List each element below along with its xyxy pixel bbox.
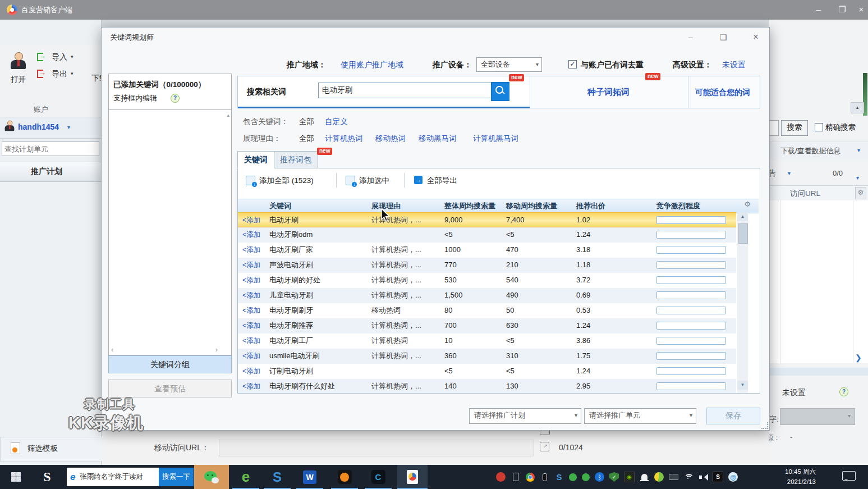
table-row[interactable]: <添加 电动牙刷的好处 计算机热词，... 530 540 3.72 bbox=[238, 273, 736, 288]
sogou-app[interactable]: S bbox=[264, 465, 291, 489]
reason-option-mobile-hot[interactable]: 移动热词 bbox=[375, 134, 406, 144]
seed-words-section[interactable]: 种子词拓词 new bbox=[530, 76, 688, 108]
window-minimize-button[interactable]: – bbox=[806, 0, 832, 20]
input-method-icon[interactable]: S bbox=[713, 472, 723, 482]
plan-select[interactable]: 请选择推广计划 ▾ bbox=[469, 408, 581, 424]
search-s-app[interactable]: S bbox=[35, 465, 59, 489]
chrome-icon[interactable] bbox=[525, 472, 535, 482]
tab-seed-words[interactable]: 种子词拓词 bbox=[587, 87, 630, 98]
open-account-person-icon[interactable] bbox=[10, 52, 27, 72]
add-keyword-link[interactable]: <添加 bbox=[242, 213, 268, 227]
add-selected-button[interactable]: 添加选中 bbox=[359, 176, 389, 186]
dialog-maximize-button[interactable]: ❑ bbox=[715, 32, 732, 43]
table-row[interactable]: <添加 电动牙刷厂家 计算机热词，... 1000 470 3.18 bbox=[238, 243, 736, 258]
green-dot-icon[interactable] bbox=[569, 473, 577, 481]
c-black-app[interactable]: C bbox=[365, 465, 392, 489]
add-keyword-link[interactable]: <添加 bbox=[242, 258, 268, 272]
col-total-search[interactable]: 整体周均搜索量 bbox=[444, 199, 495, 213]
orange-face-app[interactable] bbox=[331, 465, 358, 489]
taskbar-search-button[interactable]: 搜索一下 bbox=[159, 468, 194, 486]
browser-360-app[interactable]: e bbox=[232, 465, 259, 489]
add-keyword-link[interactable]: <添加 bbox=[242, 318, 268, 333]
add-keyword-link[interactable]: <添加 bbox=[242, 349, 268, 363]
col-competition[interactable]: 竞争激烈程度 bbox=[656, 199, 700, 213]
contains-custom-option[interactable]: 自定义 bbox=[325, 117, 348, 127]
region-value-link[interactable]: 使用账户推广地域 bbox=[341, 60, 403, 70]
keyword-search-button[interactable] bbox=[491, 82, 509, 101]
sogou-tray-icon[interactable]: S bbox=[554, 472, 564, 482]
bluetooth-icon[interactable]: ᛒ bbox=[595, 472, 604, 482]
account-dropdown-arrow[interactable]: ▾ bbox=[67, 124, 70, 130]
dialog-close-button[interactable]: × bbox=[747, 32, 764, 43]
taskbar-search-text[interactable]: 张雨绮名字终于读对 bbox=[80, 472, 143, 482]
table-row[interactable]: <添加 订制电动牙刷 <5 <5 1.24 bbox=[238, 364, 736, 379]
help-icon[interactable]: ? bbox=[839, 387, 848, 396]
scrollbar-up-icon[interactable]: ▲ bbox=[737, 212, 748, 221]
safe360-icon[interactable] bbox=[654, 472, 664, 482]
add-keyword-link[interactable]: <添加 bbox=[242, 227, 268, 242]
table-row[interactable]: <添加 电动牙刷有什么好处 计算机热词，... 140 130 2.95 bbox=[238, 379, 736, 393]
export-dropdown-arrow[interactable]: ▾ bbox=[71, 71, 74, 76]
col-keyword[interactable]: 关键词 bbox=[269, 199, 291, 213]
col-mobile-search[interactable]: 移动周均搜索量 bbox=[506, 199, 557, 213]
device-select[interactable]: 全部设备 ▾ bbox=[476, 57, 542, 72]
table-scrollbar[interactable]: ▲ ▼ bbox=[737, 212, 748, 393]
window-close-button[interactable]: × bbox=[848, 0, 868, 20]
exact-search-checkbox[interactable] bbox=[815, 123, 823, 131]
list-scroll-up-icon[interactable]: ▴ bbox=[227, 112, 229, 118]
import-dropdown-arrow[interactable]: ▾ bbox=[71, 54, 74, 60]
list-scroll-right-icon[interactable]: › bbox=[215, 345, 218, 354]
word-app[interactable]: W bbox=[296, 465, 323, 489]
added-keywords-listbox[interactable]: ▴ ‹ › bbox=[108, 109, 232, 355]
table-gear-icon[interactable]: ⚙ bbox=[742, 199, 752, 211]
keyword-search-input[interactable] bbox=[318, 83, 492, 98]
nvidia-icon[interactable]: ◉ bbox=[624, 472, 635, 482]
ie-search-widget[interactable]: e 张雨绮名字终于读对 搜索一下 bbox=[66, 465, 194, 489]
table-row[interactable]: <添加 电动牙刷推荐 计算机热词，... 700 630 1.24 bbox=[238, 318, 736, 333]
edit-hint-help-icon[interactable]: ? bbox=[171, 94, 180, 103]
table-row[interactable]: <添加 电动牙刷工厂 计算机热词 10 <5 3.86 bbox=[238, 333, 736, 349]
collapse-panel-button[interactable]: ▴ bbox=[851, 102, 864, 113]
antivirus-red-icon[interactable] bbox=[496, 472, 506, 482]
plan-panel-header[interactable]: 推广计划 bbox=[0, 162, 101, 182]
start-button[interactable] bbox=[4, 465, 27, 489]
add-all-button[interactable]: 添加全部 (1523) bbox=[259, 176, 314, 186]
add-keyword-link[interactable]: <添加 bbox=[242, 288, 268, 303]
reason-option-pc-dark[interactable]: 计算机黑马词 bbox=[473, 134, 518, 144]
download-info-menu[interactable]: 下载/查看数据信息 bbox=[780, 146, 841, 156]
blue-swirl-icon[interactable]: @ bbox=[728, 472, 738, 482]
find-plan-input[interactable] bbox=[2, 141, 99, 156]
reason-option-mobile-dark[interactable]: 移动黑马词 bbox=[419, 134, 457, 144]
suitable-words-section[interactable]: 可能适合您的词 bbox=[688, 76, 760, 108]
column-gear-icon[interactable]: ⚙ bbox=[855, 187, 866, 199]
speaker-icon[interactable] bbox=[698, 472, 708, 482]
action-center-icon[interactable] bbox=[842, 471, 856, 481]
add-keyword-link[interactable]: <添加 bbox=[242, 364, 268, 378]
clipped-download-button[interactable]: 下载 bbox=[91, 74, 101, 84]
contains-all-option[interactable]: 全部 bbox=[299, 117, 314, 127]
tab-search-related-words[interactable]: 搜索相关词 bbox=[247, 87, 286, 97]
add-keyword-link[interactable]: <添加 bbox=[242, 243, 268, 257]
wechat-app[interactable] bbox=[194, 465, 229, 489]
import-button[interactable]: 导入 bbox=[52, 52, 67, 62]
dedupe-checkbox[interactable]: ✓ bbox=[568, 60, 577, 68]
add-keyword-link[interactable]: <添加 bbox=[242, 333, 268, 348]
table-row[interactable]: <添加 声波电动牙刷 计算机热词，... 770 210 1.18 bbox=[238, 258, 736, 273]
tab-keywords[interactable]: 关键词 bbox=[237, 151, 274, 168]
table-row[interactable]: <添加 电动牙刷odm <5 <5 1.24 bbox=[238, 227, 736, 243]
tab-word-packs[interactable]: 推荐词包 bbox=[273, 151, 318, 168]
save-button[interactable]: 保存 bbox=[706, 408, 760, 424]
view-estimate-button[interactable]: 查看预估 bbox=[108, 380, 232, 397]
baidu-client-app[interactable] bbox=[397, 465, 428, 489]
keyword-group-button[interactable]: 关键词分组 bbox=[108, 355, 232, 373]
microphone-icon[interactable] bbox=[540, 472, 549, 482]
add-keyword-link[interactable]: <添加 bbox=[242, 273, 268, 287]
security-shield-icon[interactable]: ✓ bbox=[609, 472, 619, 482]
export-button[interactable]: 导出 bbox=[52, 69, 67, 79]
add-keyword-link[interactable]: <添加 bbox=[242, 303, 268, 318]
report-arrow[interactable]: ▾ bbox=[788, 170, 791, 176]
account-name[interactable]: handh1454 bbox=[18, 122, 59, 131]
battery-icon[interactable] bbox=[669, 472, 678, 482]
table-row[interactable]: <添加 电动牙刷刷牙 移动热词 80 50 0.53 bbox=[238, 303, 736, 318]
advanced-value-link[interactable]: 未设置 bbox=[722, 60, 746, 70]
